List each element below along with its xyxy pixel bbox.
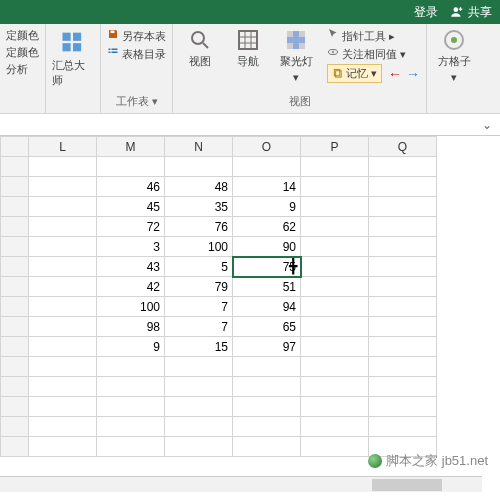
cell[interactable] <box>29 357 97 377</box>
cell[interactable] <box>369 397 437 417</box>
pointer-tool[interactable]: 指针工具 ▸ <box>327 28 420 44</box>
row-header[interactable] <box>1 337 29 357</box>
horizontal-scrollbar[interactable] <box>0 476 482 492</box>
expand-formula-icon[interactable]: ⌄ <box>478 118 496 132</box>
cell[interactable] <box>369 237 437 257</box>
item-color1[interactable]: 定颜色 <box>6 28 39 43</box>
row-header[interactable] <box>1 237 29 257</box>
cell[interactable] <box>29 237 97 257</box>
cell[interactable]: 9 <box>97 337 165 357</box>
cell[interactable]: 45 <box>97 197 165 217</box>
cell[interactable] <box>233 417 301 437</box>
arrow-right-icon[interactable]: → <box>406 66 420 82</box>
login-link[interactable]: 登录 <box>414 4 438 21</box>
row-header[interactable] <box>1 157 29 177</box>
cell[interactable]: 75╋ <box>233 257 301 277</box>
cell[interactable] <box>369 257 437 277</box>
cell[interactable] <box>301 397 369 417</box>
cell[interactable]: 43 <box>97 257 165 277</box>
spotlight-button[interactable]: 聚光灯 ▾ <box>275 28 317 84</box>
cell[interactable] <box>369 317 437 337</box>
cell[interactable] <box>29 277 97 297</box>
row-header[interactable] <box>1 257 29 277</box>
cell[interactable] <box>29 257 97 277</box>
cell[interactable] <box>369 377 437 397</box>
fgz-button[interactable]: 方格子 ▾ <box>433 28 475 84</box>
cell[interactable] <box>369 197 437 217</box>
cell[interactable] <box>301 197 369 217</box>
cell[interactable] <box>301 317 369 337</box>
cell[interactable]: 35 <box>165 197 233 217</box>
row-header[interactable] <box>1 317 29 337</box>
scroll-thumb[interactable] <box>372 479 442 491</box>
save-sheet-button[interactable]: 另存本表 <box>107 28 166 44</box>
cell[interactable] <box>165 357 233 377</box>
cell[interactable]: 72 <box>97 217 165 237</box>
col-O[interactable]: O <box>233 137 301 157</box>
row-header[interactable] <box>1 277 29 297</box>
cell[interactable] <box>29 397 97 417</box>
cell[interactable]: 79 <box>165 277 233 297</box>
row-header[interactable] <box>1 377 29 397</box>
cell[interactable] <box>369 177 437 197</box>
cell[interactable] <box>29 217 97 237</box>
cell[interactable] <box>301 157 369 177</box>
arrow-left-icon[interactable]: ← <box>388 66 402 82</box>
cell[interactable] <box>369 277 437 297</box>
cell[interactable]: 46 <box>97 177 165 197</box>
cell[interactable] <box>233 397 301 417</box>
cell[interactable] <box>233 357 301 377</box>
select-all[interactable] <box>1 137 29 157</box>
cell[interactable]: 97 <box>233 337 301 357</box>
cell[interactable] <box>97 437 165 457</box>
cell[interactable] <box>369 157 437 177</box>
cell[interactable]: 62 <box>233 217 301 237</box>
cell[interactable]: 100 <box>165 237 233 257</box>
cell[interactable] <box>165 417 233 437</box>
cell[interactable] <box>369 357 437 377</box>
cell[interactable]: 76 <box>165 217 233 237</box>
cell[interactable]: 51 <box>233 277 301 297</box>
cell[interactable] <box>369 337 437 357</box>
summary-master-button[interactable]: 汇总大师 <box>52 28 94 88</box>
cell[interactable] <box>301 297 369 317</box>
cell[interactable] <box>97 357 165 377</box>
cell[interactable]: 94 <box>233 297 301 317</box>
cell[interactable]: 98 <box>97 317 165 337</box>
row-header[interactable] <box>1 297 29 317</box>
cell[interactable] <box>29 157 97 177</box>
cell[interactable] <box>301 237 369 257</box>
memory-button[interactable]: 记忆 ▾ <box>327 64 382 83</box>
col-L[interactable]: L <box>29 137 97 157</box>
nav-button[interactable]: 导航 <box>227 28 269 69</box>
col-M[interactable]: M <box>97 137 165 157</box>
cell[interactable] <box>97 377 165 397</box>
row-header[interactable] <box>1 217 29 237</box>
row-header[interactable] <box>1 417 29 437</box>
cell[interactable] <box>97 397 165 417</box>
col-N[interactable]: N <box>165 137 233 157</box>
cell[interactable] <box>301 257 369 277</box>
cell[interactable]: 3 <box>97 237 165 257</box>
share-button[interactable]: 共享 <box>450 4 492 21</box>
cell[interactable]: 65 <box>233 317 301 337</box>
cell[interactable]: 14 <box>233 177 301 197</box>
cell[interactable] <box>97 417 165 437</box>
cell[interactable] <box>301 177 369 197</box>
cell[interactable] <box>301 357 369 377</box>
col-P[interactable]: P <box>301 137 369 157</box>
focus-same[interactable]: 关注相同值 ▾ <box>327 46 420 62</box>
cell[interactable]: 42 <box>97 277 165 297</box>
cell[interactable]: 15 <box>165 337 233 357</box>
row-header[interactable] <box>1 357 29 377</box>
cell[interactable] <box>233 157 301 177</box>
cell[interactable] <box>29 197 97 217</box>
cell[interactable]: 90 <box>233 237 301 257</box>
cell[interactable]: 48 <box>165 177 233 197</box>
row-header[interactable] <box>1 197 29 217</box>
cell[interactable]: 9 <box>233 197 301 217</box>
cell[interactable] <box>165 397 233 417</box>
table-contents-button[interactable]: 表格目录 <box>107 46 166 62</box>
cell[interactable] <box>165 377 233 397</box>
row-header[interactable] <box>1 437 29 457</box>
